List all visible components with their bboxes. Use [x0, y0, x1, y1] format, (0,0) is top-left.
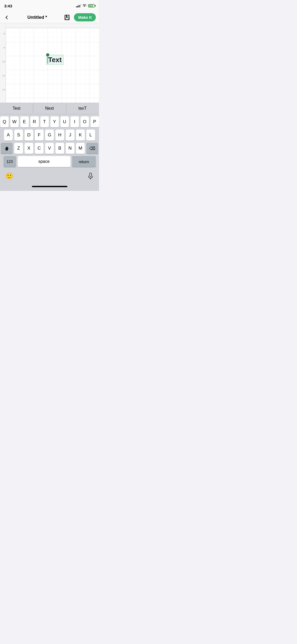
key-j[interactable]: J — [66, 130, 74, 141]
make-it-button[interactable]: Make It — [74, 13, 96, 21]
key-c[interactable]: C — [35, 143, 44, 154]
autocomplete-item-0[interactable]: Test — [0, 103, 33, 114]
status-time: 3:43 — [4, 4, 12, 8]
key-g[interactable]: G — [45, 130, 54, 141]
key-q[interactable]: Q — [0, 116, 9, 127]
ruler-mark-12: 12 — [0, 75, 6, 77]
key-p[interactable]: P — [91, 116, 99, 127]
autocomplete-bar: Test Next texT — [0, 103, 99, 114]
home-indicator — [0, 182, 99, 191]
ruler-left: 6 8 10 12 14 16 18 — [0, 23, 6, 103]
autocomplete-item-2[interactable]: texT — [66, 103, 99, 114]
svg-rect-5 — [6, 28, 99, 103]
home-bar — [32, 186, 67, 187]
microphone-icon[interactable] — [87, 172, 94, 180]
battery-icon: ⚡ — [88, 4, 95, 7]
key-z[interactable]: Z — [14, 143, 23, 154]
key-r[interactable]: R — [30, 116, 39, 127]
ruler-mark-8: 8 — [0, 47, 6, 49]
back-chevron-icon — [6, 15, 9, 19]
delete-button[interactable]: ⌫ — [86, 143, 98, 154]
key-v[interactable]: V — [45, 143, 54, 154]
text-cursor-line — [47, 56, 48, 63]
ruler-mark-14: 14 — [0, 89, 6, 91]
svg-rect-6 — [89, 173, 92, 177]
key-o[interactable]: O — [81, 116, 89, 127]
ruler-mark-10: 10 — [0, 61, 6, 63]
ruler-mark-6: 6 — [0, 33, 6, 35]
key-m[interactable]: M — [76, 143, 85, 154]
status-bar: 3:43 ⚡ — [0, 0, 99, 12]
save-icon — [64, 15, 70, 20]
key-i[interactable]: I — [70, 116, 79, 127]
text-content-box: Text — [46, 55, 64, 65]
text-cursor-handle — [46, 53, 49, 57]
grid-svg — [6, 28, 99, 103]
canvas-text-label: Text — [48, 56, 62, 64]
key-d[interactable]: D — [25, 130, 33, 141]
svg-rect-2 — [65, 18, 69, 20]
key-row-1: Q W E R T Y U I O P — [1, 116, 98, 127]
key-x[interactable]: X — [25, 143, 33, 154]
key-e[interactable]: E — [20, 116, 29, 127]
key-s[interactable]: S — [14, 130, 23, 141]
key-k[interactable]: K — [76, 130, 85, 141]
space-button[interactable]: space — [18, 156, 70, 167]
key-row-4: 123 space return — [1, 156, 98, 167]
canvas-text-element[interactable]: Text — [46, 55, 64, 65]
key-y[interactable]: Y — [50, 116, 59, 127]
delete-icon: ⌫ — [89, 146, 95, 151]
status-icons: ⚡ — [76, 4, 95, 8]
shift-icon — [5, 146, 9, 150]
return-button[interactable]: return — [72, 156, 96, 167]
wifi-icon — [82, 4, 87, 8]
back-button[interactable] — [3, 13, 12, 22]
key-a[interactable]: A — [4, 130, 13, 141]
header-actions: Make It — [63, 13, 96, 22]
numbers-button[interactable]: 123 — [3, 156, 16, 167]
autocomplete-item-1[interactable]: Next — [33, 103, 66, 114]
key-t[interactable]: T — [40, 116, 49, 127]
key-h[interactable]: H — [55, 130, 64, 141]
bottom-bar: 🙂 — [0, 170, 99, 182]
key-n[interactable]: N — [66, 143, 74, 154]
key-f[interactable]: F — [35, 130, 44, 141]
key-l[interactable]: L — [86, 130, 95, 141]
save-button[interactable] — [63, 13, 71, 22]
key-b[interactable]: B — [55, 143, 64, 154]
key-row-3: Z X C V B N M ⌫ — [1, 143, 98, 154]
key-u[interactable]: U — [60, 116, 69, 127]
header: Untitled * Make It — [0, 12, 99, 23]
shift-button[interactable] — [1, 143, 13, 154]
canvas-area[interactable]: 6 8 10 12 14 16 18 Text — [0, 23, 99, 103]
signal-icon — [76, 4, 81, 7]
key-row-2: A S D F G H J K L — [1, 130, 98, 141]
emoji-button[interactable]: 🙂 — [5, 172, 13, 180]
document-title: Untitled * — [27, 15, 47, 20]
keyboard: Q W E R T Y U I O P A S D F G H J K L Z … — [0, 114, 99, 170]
key-w[interactable]: W — [10, 116, 19, 127]
ruler-top — [6, 23, 99, 28]
grid-container — [6, 28, 99, 103]
svg-rect-3 — [66, 15, 67, 17]
